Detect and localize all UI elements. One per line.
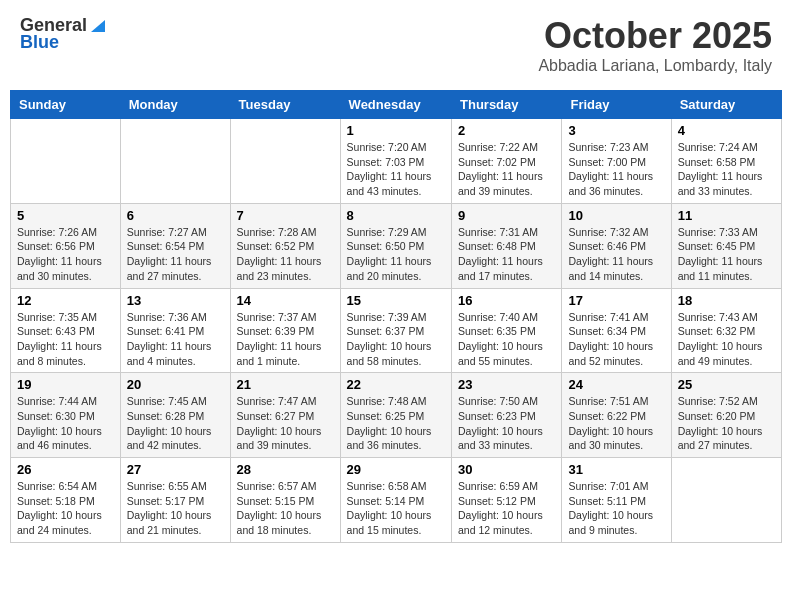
day-info: Sunrise: 7:29 AM Sunset: 6:50 PM Dayligh…: [347, 225, 445, 284]
day-number: 28: [237, 462, 334, 477]
day-number: 9: [458, 208, 555, 223]
day-number: 22: [347, 377, 445, 392]
day-number: 23: [458, 377, 555, 392]
day-info: Sunrise: 7:52 AM Sunset: 6:20 PM Dayligh…: [678, 394, 775, 453]
calendar-week-row: 26Sunrise: 6:54 AM Sunset: 5:18 PM Dayli…: [11, 458, 782, 543]
day-number: 16: [458, 293, 555, 308]
day-number: 26: [17, 462, 114, 477]
day-number: 31: [568, 462, 664, 477]
weekday-header-wednesday: Wednesday: [340, 91, 451, 119]
logo-blue-text: Blue: [20, 32, 59, 53]
calendar-cell: 18Sunrise: 7:43 AM Sunset: 6:32 PM Dayli…: [671, 288, 781, 373]
day-info: Sunrise: 7:32 AM Sunset: 6:46 PM Dayligh…: [568, 225, 664, 284]
day-info: Sunrise: 7:26 AM Sunset: 6:56 PM Dayligh…: [17, 225, 114, 284]
calendar-cell: 30Sunrise: 6:59 AM Sunset: 5:12 PM Dayli…: [452, 458, 562, 543]
calendar-cell: [671, 458, 781, 543]
day-info: Sunrise: 7:37 AM Sunset: 6:39 PM Dayligh…: [237, 310, 334, 369]
calendar-cell: 9Sunrise: 7:31 AM Sunset: 6:48 PM Daylig…: [452, 203, 562, 288]
calendar-week-row: 1Sunrise: 7:20 AM Sunset: 7:03 PM Daylig…: [11, 119, 782, 204]
day-info: Sunrise: 7:50 AM Sunset: 6:23 PM Dayligh…: [458, 394, 555, 453]
day-number: 30: [458, 462, 555, 477]
day-number: 29: [347, 462, 445, 477]
day-info: Sunrise: 7:51 AM Sunset: 6:22 PM Dayligh…: [568, 394, 664, 453]
calendar-week-row: 5Sunrise: 7:26 AM Sunset: 6:56 PM Daylig…: [11, 203, 782, 288]
day-number: 14: [237, 293, 334, 308]
day-number: 18: [678, 293, 775, 308]
calendar-cell: 20Sunrise: 7:45 AM Sunset: 6:28 PM Dayli…: [120, 373, 230, 458]
weekday-header-tuesday: Tuesday: [230, 91, 340, 119]
weekday-header-saturday: Saturday: [671, 91, 781, 119]
day-number: 5: [17, 208, 114, 223]
calendar-cell: 22Sunrise: 7:48 AM Sunset: 6:25 PM Dayli…: [340, 373, 451, 458]
calendar-cell: 19Sunrise: 7:44 AM Sunset: 6:30 PM Dayli…: [11, 373, 121, 458]
calendar-table: SundayMondayTuesdayWednesdayThursdayFrid…: [10, 90, 782, 543]
day-info: Sunrise: 7:41 AM Sunset: 6:34 PM Dayligh…: [568, 310, 664, 369]
day-info: Sunrise: 6:55 AM Sunset: 5:17 PM Dayligh…: [127, 479, 224, 538]
day-number: 27: [127, 462, 224, 477]
calendar-cell: 23Sunrise: 7:50 AM Sunset: 6:23 PM Dayli…: [452, 373, 562, 458]
day-number: 11: [678, 208, 775, 223]
calendar-cell: 5Sunrise: 7:26 AM Sunset: 6:56 PM Daylig…: [11, 203, 121, 288]
calendar-cell: [120, 119, 230, 204]
day-info: Sunrise: 7:39 AM Sunset: 6:37 PM Dayligh…: [347, 310, 445, 369]
calendar-cell: 13Sunrise: 7:36 AM Sunset: 6:41 PM Dayli…: [120, 288, 230, 373]
weekday-header-monday: Monday: [120, 91, 230, 119]
weekday-header-thursday: Thursday: [452, 91, 562, 119]
day-number: 12: [17, 293, 114, 308]
day-info: Sunrise: 6:54 AM Sunset: 5:18 PM Dayligh…: [17, 479, 114, 538]
day-info: Sunrise: 7:47 AM Sunset: 6:27 PM Dayligh…: [237, 394, 334, 453]
day-info: Sunrise: 7:01 AM Sunset: 5:11 PM Dayligh…: [568, 479, 664, 538]
calendar-cell: [230, 119, 340, 204]
day-info: Sunrise: 7:35 AM Sunset: 6:43 PM Dayligh…: [17, 310, 114, 369]
day-number: 8: [347, 208, 445, 223]
logo-triangle-icon: [89, 16, 107, 34]
day-number: 25: [678, 377, 775, 392]
calendar-cell: 29Sunrise: 6:58 AM Sunset: 5:14 PM Dayli…: [340, 458, 451, 543]
calendar-cell: 24Sunrise: 7:51 AM Sunset: 6:22 PM Dayli…: [562, 373, 671, 458]
day-info: Sunrise: 7:45 AM Sunset: 6:28 PM Dayligh…: [127, 394, 224, 453]
calendar-cell: 4Sunrise: 7:24 AM Sunset: 6:58 PM Daylig…: [671, 119, 781, 204]
day-info: Sunrise: 7:22 AM Sunset: 7:02 PM Dayligh…: [458, 140, 555, 199]
calendar-cell: 28Sunrise: 6:57 AM Sunset: 5:15 PM Dayli…: [230, 458, 340, 543]
calendar-cell: 7Sunrise: 7:28 AM Sunset: 6:52 PM Daylig…: [230, 203, 340, 288]
day-info: Sunrise: 7:24 AM Sunset: 6:58 PM Dayligh…: [678, 140, 775, 199]
day-number: 10: [568, 208, 664, 223]
day-info: Sunrise: 7:20 AM Sunset: 7:03 PM Dayligh…: [347, 140, 445, 199]
calendar-cell: 15Sunrise: 7:39 AM Sunset: 6:37 PM Dayli…: [340, 288, 451, 373]
day-number: 21: [237, 377, 334, 392]
day-number: 6: [127, 208, 224, 223]
calendar-cell: 25Sunrise: 7:52 AM Sunset: 6:20 PM Dayli…: [671, 373, 781, 458]
month-title: October 2025: [538, 15, 772, 57]
title-block: October 2025 Abbadia Lariana, Lombardy, …: [538, 15, 772, 75]
day-number: 19: [17, 377, 114, 392]
calendar-cell: 3Sunrise: 7:23 AM Sunset: 7:00 PM Daylig…: [562, 119, 671, 204]
calendar-cell: 31Sunrise: 7:01 AM Sunset: 5:11 PM Dayli…: [562, 458, 671, 543]
calendar-cell: 12Sunrise: 7:35 AM Sunset: 6:43 PM Dayli…: [11, 288, 121, 373]
calendar-cell: [11, 119, 121, 204]
calendar-cell: 11Sunrise: 7:33 AM Sunset: 6:45 PM Dayli…: [671, 203, 781, 288]
page-header: General Blue October 2025 Abbadia Larian…: [10, 10, 782, 80]
weekday-header-row: SundayMondayTuesdayWednesdayThursdayFrid…: [11, 91, 782, 119]
day-info: Sunrise: 7:40 AM Sunset: 6:35 PM Dayligh…: [458, 310, 555, 369]
day-number: 17: [568, 293, 664, 308]
day-number: 3: [568, 123, 664, 138]
calendar-cell: 6Sunrise: 7:27 AM Sunset: 6:54 PM Daylig…: [120, 203, 230, 288]
day-info: Sunrise: 7:33 AM Sunset: 6:45 PM Dayligh…: [678, 225, 775, 284]
day-info: Sunrise: 7:36 AM Sunset: 6:41 PM Dayligh…: [127, 310, 224, 369]
day-number: 24: [568, 377, 664, 392]
day-info: Sunrise: 6:59 AM Sunset: 5:12 PM Dayligh…: [458, 479, 555, 538]
calendar-cell: 1Sunrise: 7:20 AM Sunset: 7:03 PM Daylig…: [340, 119, 451, 204]
svg-marker-0: [91, 20, 105, 32]
day-number: 1: [347, 123, 445, 138]
day-info: Sunrise: 7:43 AM Sunset: 6:32 PM Dayligh…: [678, 310, 775, 369]
calendar-cell: 17Sunrise: 7:41 AM Sunset: 6:34 PM Dayli…: [562, 288, 671, 373]
day-info: Sunrise: 6:57 AM Sunset: 5:15 PM Dayligh…: [237, 479, 334, 538]
weekday-header-friday: Friday: [562, 91, 671, 119]
calendar-cell: 10Sunrise: 7:32 AM Sunset: 6:46 PM Dayli…: [562, 203, 671, 288]
day-info: Sunrise: 7:44 AM Sunset: 6:30 PM Dayligh…: [17, 394, 114, 453]
calendar-cell: 27Sunrise: 6:55 AM Sunset: 5:17 PM Dayli…: [120, 458, 230, 543]
calendar-cell: 8Sunrise: 7:29 AM Sunset: 6:50 PM Daylig…: [340, 203, 451, 288]
day-info: Sunrise: 7:48 AM Sunset: 6:25 PM Dayligh…: [347, 394, 445, 453]
day-number: 15: [347, 293, 445, 308]
weekday-header-sunday: Sunday: [11, 91, 121, 119]
